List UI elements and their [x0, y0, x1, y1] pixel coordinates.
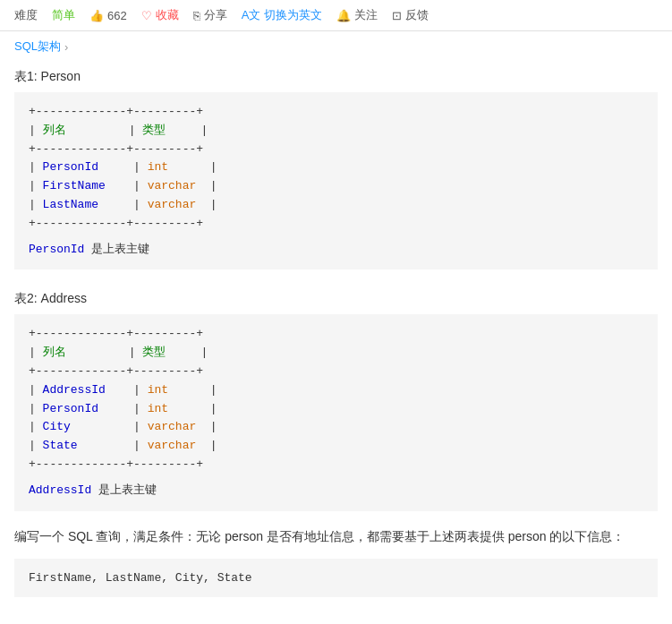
- table1-title-prefix: 表1:: [14, 69, 41, 83]
- table1-row-3: | LastName | varchar |: [29, 196, 643, 215]
- table1-border-top: +-------------+---------+: [29, 103, 643, 122]
- switch-lang-button[interactable]: A文 切换为英文: [242, 7, 323, 23]
- share-button[interactable]: ⎘ 分享: [193, 7, 227, 23]
- table1-border-bottom: +-------------+---------+: [29, 215, 643, 234]
- breadcrumb-link[interactable]: SQL架构: [14, 38, 61, 55]
- table1-box: +-------------+---------+ | 列名 | 类型 | +-…: [14, 92, 658, 269]
- table2-primary-key: AddressId 是上表主键: [29, 482, 643, 500]
- follow-button[interactable]: 🔔 关注: [336, 7, 378, 23]
- table2-row-2: | PersonId | int |: [29, 400, 643, 419]
- feedback-button[interactable]: ⊡ 反馈: [392, 7, 429, 23]
- question-text: 编写一个 SQL 查询，满足条件：无论 person 是否有地址信息，都需要基于…: [14, 526, 658, 548]
- likes-button[interactable]: 👍 662: [89, 9, 127, 22]
- collect-button[interactable]: ♡ 收藏: [141, 7, 179, 23]
- table1-row-2: | FirstName | varchar |: [29, 177, 643, 196]
- breadcrumb-sep: ›: [64, 40, 68, 54]
- heart-icon: ♡: [141, 9, 152, 22]
- table2-row-3: | City | varchar |: [29, 418, 643, 437]
- table2-header: | 列名 | 类型 |: [29, 344, 643, 363]
- table2-border-top: +-------------+---------+: [29, 325, 643, 344]
- top-bar: 难度 简单 👍 662 ♡ 收藏 ⎘ 分享 A文 切换为英文 🔔 关注 ⊡ 反馈: [0, 0, 672, 31]
- thumbs-up-icon: 👍: [89, 9, 104, 22]
- table1-title-name: Person: [41, 69, 81, 83]
- table1-row-1: | PersonId | int |: [29, 158, 643, 177]
- table2-header-sep: +-------------+---------+: [29, 363, 643, 381]
- table2-title-name: Address: [41, 291, 87, 305]
- difficulty-label: 难度: [14, 7, 38, 23]
- table1-primary-key: PersonId 是上表主键: [29, 241, 643, 260]
- simple-label[interactable]: 简单: [52, 7, 75, 23]
- table2-border-bottom: +-------------+---------+: [29, 456, 643, 474]
- feedback-icon: ⊡: [392, 9, 402, 22]
- table2-title: 表2: Address: [14, 291, 658, 307]
- table2-box: +-------------+---------+ | 列名 | 类型 | +-…: [14, 314, 658, 510]
- breadcrumb: SQL架构 ›: [0, 31, 672, 62]
- main-content: 表1: Person +-------------+---------+ | 列…: [0, 62, 672, 611]
- bell-icon: 🔔: [336, 9, 351, 22]
- table2-title-prefix: 表2:: [14, 291, 41, 305]
- table2-row-1: | AddressId | int |: [29, 381, 643, 400]
- table1-title: 表1: Person: [14, 69, 658, 85]
- table2-row-4: | State | varchar |: [29, 437, 643, 456]
- table1-header: | 列名 | 类型 |: [29, 122, 643, 141]
- share-icon: ⎘: [193, 9, 200, 22]
- table1-header-sep: +-------------+---------+: [29, 141, 643, 159]
- answer-box: FirstName, LastName, City, State: [14, 559, 658, 597]
- translate-icon: A文: [242, 7, 261, 23]
